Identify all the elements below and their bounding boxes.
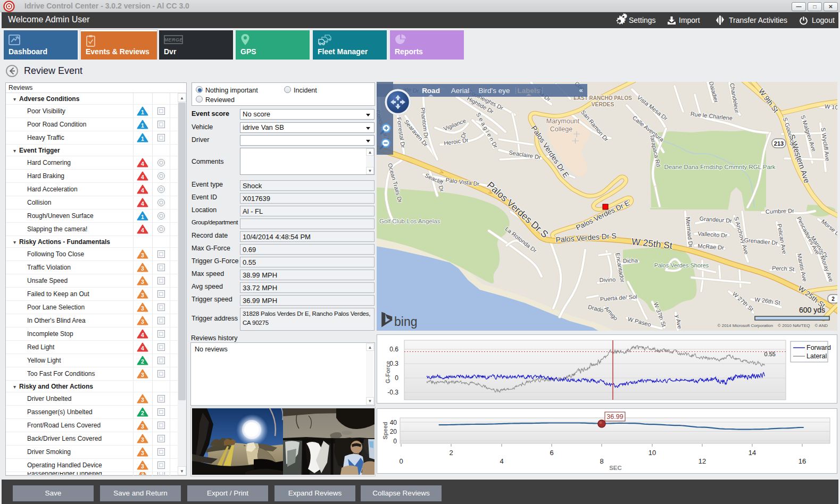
svg-text:2: 2: [449, 449, 453, 457]
svg-text:Cumbre Dr: Cumbre Dr: [766, 207, 795, 215]
svg-text:3: 3: [141, 279, 144, 285]
svg-text:0: 0: [393, 438, 397, 445]
svg-text:0: 0: [399, 457, 403, 465]
svg-text:1: 1: [141, 214, 144, 220]
svg-text:3: 3: [141, 318, 144, 325]
svg-text:Speed: Speed: [382, 422, 388, 439]
svg-text:3: 3: [141, 472, 144, 475]
svg-text:0.55: 0.55: [764, 351, 776, 357]
svg-text:4: 4: [141, 174, 144, 180]
svg-text:213: 213: [774, 140, 784, 147]
svg-text:4: 4: [141, 200, 144, 207]
svg-text:16: 16: [799, 457, 806, 465]
svg-text:Road: Road: [422, 87, 440, 95]
svg-text:VERDES: VERDES: [591, 101, 614, 107]
svg-text:3: 3: [141, 372, 144, 378]
svg-text:Lateral: Lateral: [806, 352, 827, 360]
svg-text:Marymount: Marymount: [546, 117, 580, 125]
svg-text:8: 8: [600, 457, 603, 465]
svg-text:3: 3: [141, 436, 144, 443]
svg-text:4: 4: [141, 345, 144, 351]
svg-text:© 2014 Microsoft Corporation: © 2014 Microsoft Corporation © 2010 NAVT…: [718, 323, 828, 328]
svg-text:4: 4: [141, 161, 144, 167]
svg-text:Palos Verdes Shores: Palos Verdes Shores: [654, 262, 709, 268]
svg-text:Bird's eye: Bird's eye: [479, 87, 510, 95]
svg-text:3: 3: [141, 252, 144, 258]
svg-text:600 yds: 600 yds: [799, 306, 825, 314]
svg-text:Dicha: Dicha: [623, 257, 638, 264]
svg-text:«: «: [579, 86, 583, 94]
svg-text:20: 20: [390, 428, 397, 435]
svg-text:College: College: [550, 125, 572, 133]
svg-text:Perch St: Perch St: [772, 265, 795, 272]
svg-text:4: 4: [141, 227, 144, 233]
svg-text:Labels: Labels: [518, 87, 540, 95]
svg-text:14: 14: [748, 449, 756, 457]
svg-text:-0.3: -0.3: [387, 389, 398, 396]
svg-text:4: 4: [141, 187, 144, 194]
svg-text:SEC: SEC: [609, 465, 622, 471]
svg-text:6: 6: [550, 449, 553, 457]
svg-text:1: 1: [141, 122, 144, 129]
svg-text:2: 2: [831, 296, 835, 302]
svg-text:2: 2: [141, 410, 144, 416]
svg-text:Deane Dana Frndshp Cmmnty RGL: Deane Dana Frndshp Cmmnty RGL Park: [664, 164, 775, 170]
svg-text:Golf Club-Los Angelas: Golf Club-Los Angelas: [379, 218, 440, 224]
svg-text:3: 3: [141, 305, 144, 312]
svg-text:4: 4: [141, 332, 144, 338]
svg-text:2: 2: [141, 358, 144, 365]
svg-text:3: 3: [141, 265, 144, 272]
svg-text:bing: bing: [394, 315, 417, 329]
svg-text:Aerial: Aerial: [451, 87, 470, 95]
svg-text:Forward: Forward: [806, 344, 831, 351]
svg-text:MERGE: MERGE: [164, 37, 183, 43]
svg-text:3: 3: [141, 450, 144, 456]
svg-text:40: 40: [390, 419, 397, 426]
svg-text:10: 10: [648, 449, 656, 457]
svg-text:Divino: Divino: [599, 276, 616, 283]
svg-text:3: 3: [141, 397, 144, 403]
svg-text:4: 4: [500, 457, 503, 465]
svg-text:0.6: 0.6: [389, 346, 398, 353]
svg-text:G-Force: G-Force: [385, 361, 391, 383]
svg-text:1: 1: [141, 109, 144, 115]
svg-text:3: 3: [141, 423, 144, 430]
svg-text:3: 3: [141, 292, 144, 298]
svg-text:12: 12: [698, 457, 706, 465]
svg-text:0: 0: [395, 374, 398, 382]
svg-text:36.99: 36.99: [606, 413, 623, 421]
svg-text:3: 3: [141, 463, 144, 469]
svg-text:1: 1: [141, 136, 144, 142]
